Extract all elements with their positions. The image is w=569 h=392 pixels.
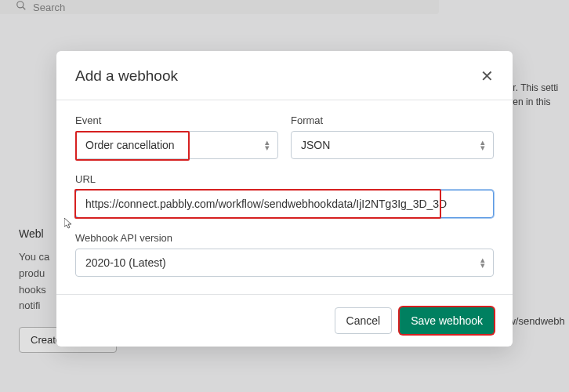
save-webhook-button[interactable]: Save webhook bbox=[400, 307, 494, 334]
url-input[interactable] bbox=[75, 190, 494, 218]
url-label: URL bbox=[75, 173, 494, 185]
chevron-updown-icon: ▴▾ bbox=[265, 140, 270, 151]
modal-title: Add a webhook bbox=[75, 67, 178, 85]
version-label: Webhook API version bbox=[75, 232, 494, 244]
url-field-group: URL bbox=[75, 173, 494, 218]
format-label: Format bbox=[291, 114, 494, 126]
add-webhook-modal: Add a webhook ✕ Event Order cancellation… bbox=[56, 51, 513, 347]
close-icon[interactable]: ✕ bbox=[480, 67, 494, 85]
modal-body: Event Order cancellation ▴▾ Format JSON … bbox=[56, 100, 513, 295]
cancel-button[interactable]: Cancel bbox=[335, 307, 393, 334]
event-select[interactable]: Order cancellation ▴▾ bbox=[75, 131, 278, 159]
format-field-group: Format JSON ▴▾ bbox=[291, 114, 494, 159]
event-label: Event bbox=[75, 114, 278, 126]
format-select[interactable]: JSON ▴▾ bbox=[291, 131, 494, 159]
version-field-group: Webhook API version 2020-10 (Latest) ▴▾ bbox=[75, 232, 494, 277]
version-select[interactable]: 2020-10 (Latest) ▴▾ bbox=[75, 249, 494, 277]
modal-footer: Cancel Save webhook bbox=[56, 295, 513, 347]
chevron-updown-icon: ▴▾ bbox=[480, 140, 485, 151]
modal-header: Add a webhook ✕ bbox=[56, 51, 513, 100]
chevron-updown-icon: ▴▾ bbox=[480, 257, 485, 268]
event-field-group: Event Order cancellation ▴▾ bbox=[75, 114, 278, 159]
